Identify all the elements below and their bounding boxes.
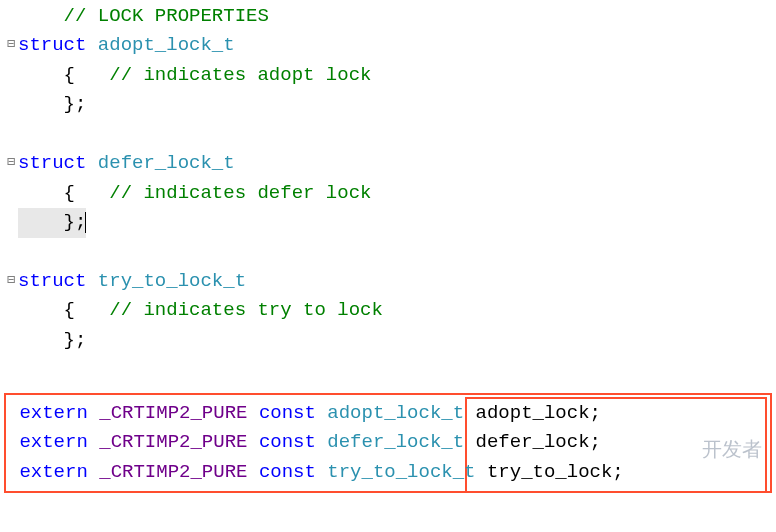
code-line: ⊟struct try_to_lock_t — [4, 267, 776, 296]
macro-name: _CRTIMP2_PURE — [99, 461, 247, 483]
keyword-extern: extern — [19, 431, 87, 453]
keyword-const: const — [259, 431, 316, 453]
fold-icon[interactable]: ⊟ — [4, 31, 18, 60]
brace-close: }; — [64, 329, 87, 351]
brace-close: }; — [64, 211, 87, 233]
keyword-const: const — [259, 461, 316, 483]
blank-line — [4, 120, 776, 149]
type-name: try_to_lock_t — [327, 461, 475, 483]
type-name: try_to_lock_t — [98, 270, 246, 292]
code-line: ⊟struct defer_lock_t — [4, 149, 776, 178]
keyword-struct: struct — [18, 34, 86, 56]
brace-open: { — [64, 182, 75, 204]
macro-name: _CRTIMP2_PURE — [99, 402, 247, 424]
fold-icon[interactable]: ⊟ — [4, 149, 18, 178]
keyword-extern: extern — [19, 461, 87, 483]
keyword-extern: extern — [19, 402, 87, 424]
semicolon: ; — [590, 402, 601, 424]
code-editor[interactable]: // LOCK PROPERTIES ⊟struct adopt_lock_t … — [0, 0, 776, 387]
fold-icon[interactable]: ⊟ — [4, 267, 18, 296]
code-line: extern _CRTIMP2_PURE const defer_lock_t … — [8, 428, 768, 457]
code-line: // LOCK PROPERTIES — [4, 2, 776, 31]
type-name: defer_lock_t — [327, 431, 464, 453]
type-name: adopt_lock_t — [327, 402, 464, 424]
blank-line — [4, 355, 776, 384]
variable-name: adopt_lock — [476, 402, 590, 424]
comment: // indicates try to lock — [109, 299, 383, 321]
type-name: adopt_lock_t — [98, 34, 235, 56]
code-line: }; — [4, 326, 776, 355]
code-line: ⊟struct adopt_lock_t — [4, 31, 776, 60]
brace-close: }; — [64, 93, 87, 115]
keyword-struct: struct — [18, 270, 86, 292]
variable-name: try_to_lock — [487, 461, 612, 483]
comment: // LOCK PROPERTIES — [64, 5, 269, 27]
keyword-const: const — [259, 402, 316, 424]
brace-open: { — [64, 299, 75, 321]
semicolon: ; — [590, 431, 601, 453]
code-line: { // indicates defer lock — [4, 179, 776, 208]
code-line: { // indicates adopt lock — [4, 61, 776, 90]
macro-name: _CRTIMP2_PURE — [99, 431, 247, 453]
blank-line — [4, 238, 776, 267]
code-line: }; — [4, 90, 776, 119]
code-line: extern _CRTIMP2_PURE const adopt_lock_t … — [8, 399, 768, 428]
code-line-current: }; — [4, 208, 776, 237]
comment: // indicates adopt lock — [109, 64, 371, 86]
brace-open: { — [64, 64, 75, 86]
code-line: extern _CRTIMP2_PURE const try_to_lock_t… — [8, 458, 768, 487]
type-name: defer_lock_t — [98, 152, 235, 174]
comment: // indicates defer lock — [109, 182, 371, 204]
highlight-box-outer: extern _CRTIMP2_PURE const adopt_lock_t … — [4, 393, 772, 493]
variable-name: defer_lock — [476, 431, 590, 453]
keyword-struct: struct — [18, 152, 86, 174]
text-cursor — [85, 212, 86, 233]
semicolon: ; — [612, 461, 623, 483]
code-line: { // indicates try to lock — [4, 296, 776, 325]
